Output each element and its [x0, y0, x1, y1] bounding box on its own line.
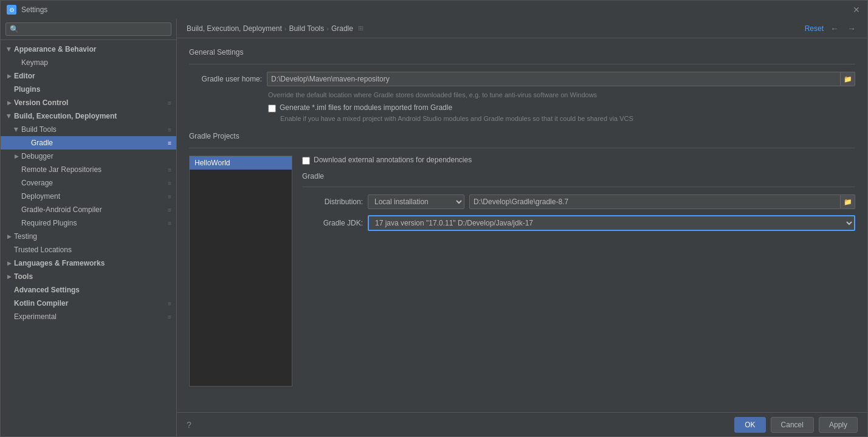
sidebar-item-deployment[interactable]: ▶ Deployment ≡ [1, 190, 176, 203]
generate-iml-label: Generate *.iml files for modules importe… [280, 103, 452, 112]
expand-arrow: ▶ [5, 99, 13, 106]
settings-icon-right: ≡ [168, 193, 171, 200]
distribution-select[interactable]: Local installation Default Gradle wrappe… [368, 194, 464, 209]
sidebar-item-coverage[interactable]: ▶ Coverage ≡ [1, 176, 176, 190]
expand-arrow: ▶ [5, 260, 13, 267]
sidebar-item-label: Tools [14, 272, 171, 281]
gradle-user-home-row: Gradle user home: 📁 [189, 72, 855, 86]
sidebar-item-tools[interactable]: ▶ Tools [1, 270, 176, 283]
expand-arrow: ▶ [5, 72, 13, 80]
generate-iml-row: Generate *.iml files for modules importe… [268, 103, 855, 122]
sidebar-item-debugger[interactable]: ▶ Debugger [1, 150, 176, 163]
close-button[interactable]: ✕ [852, 5, 861, 15]
settings-icon-right: ≡ [168, 140, 171, 146]
sidebar-item-testing[interactable]: ▶ Testing [1, 230, 176, 243]
sidebar-item-build-execution-deployment[interactable]: ▶ Build, Execution, Deployment [1, 109, 176, 123]
distribution-row: Distribution: Local installation Default… [302, 194, 855, 209]
title-bar-left: ⚙ Settings [7, 5, 47, 15]
help-button[interactable]: ? [187, 420, 191, 430]
main-panel: Build, Execution, Deployment › Build Too… [177, 19, 867, 436]
sidebar-item-gradle[interactable]: ▶ Gradle ≡ [1, 136, 176, 150]
sidebar-item-version-control[interactable]: ▶ Version Control ≡ [1, 96, 176, 109]
sidebar-item-required-plugins[interactable]: ▶ Required Plugins ≡ [1, 216, 176, 230]
footer: ? OK Cancel Apply [177, 412, 867, 436]
settings-icon-right: ≡ [168, 207, 171, 213]
projects-list: HelloWorld [189, 156, 292, 387]
gradle-jdk-select[interactable]: 17 java version "17.0.11" D:/Develop/Jav… [368, 215, 855, 231]
breadcrumb-edit-icon: ⊞ [358, 24, 363, 32]
sidebar-item-advanced-settings[interactable]: ▶ Advanced Settings [1, 283, 176, 297]
sidebar-item-languages-frameworks[interactable]: ▶ Languages & Frameworks [1, 256, 176, 270]
projects-list-box: HelloWorld [189, 156, 292, 387]
breadcrumb-left: Build, Execution, Deployment › Build Too… [187, 24, 363, 33]
download-annotations-checkbox[interactable] [302, 157, 310, 165]
sidebar-item-experimental[interactable]: ▶ Experimental ≡ [1, 310, 176, 323]
sidebar-item-plugins[interactable]: ▶ Plugins [1, 83, 176, 96]
distribution-browse-button[interactable]: 📁 [841, 194, 855, 209]
sidebar-item-editor[interactable]: ▶ Editor [1, 69, 176, 83]
content-area: General Settings Gradle user home: 📁 Ove… [177, 38, 867, 412]
search-box [1, 19, 176, 40]
settings-icon-right: ≡ [168, 300, 171, 307]
back-button[interactable]: ← [828, 22, 841, 35]
forward-button[interactable]: → [846, 22, 858, 35]
sidebar-item-label: Remote Jar Repositories [21, 165, 168, 174]
projects-layout: HelloWorld Download external annotations… [189, 156, 855, 387]
sidebar-item-label: Plugins [14, 85, 171, 94]
sidebar-item-label: Deployment [21, 192, 168, 201]
distribution-label: Distribution: [302, 198, 363, 206]
sidebar-item-trusted-locations[interactable]: ▶ Trusted Locations [1, 243, 176, 256]
sidebar-item-label: Trusted Locations [14, 246, 171, 254]
breadcrumb-item-build[interactable]: Build, Execution, Deployment [187, 24, 282, 33]
sidebar-tree: ▶ Appearance & Behavior ▶ Keymap ▶ Edito… [1, 40, 176, 436]
distribution-path-input[interactable] [469, 194, 841, 209]
apply-button[interactable]: Apply [819, 417, 858, 433]
browse-button[interactable]: 📁 [841, 72, 855, 86]
sidebar-item-label: Version Control [14, 98, 168, 107]
sidebar-item-kotlin-compiler[interactable]: ▶ Kotlin Compiler ≡ [1, 297, 176, 310]
cancel-button[interactable]: Cancel [771, 417, 814, 433]
breadcrumb-current: Gradle [331, 24, 353, 33]
download-annotations-row: Download external annotations for depend… [302, 156, 855, 165]
settings-icon-right: ≡ [168, 167, 171, 173]
gradle-subtitle: Gradle [302, 172, 855, 181]
sidebar-item-label: Build Tools [21, 125, 168, 134]
gradle-user-home-label: Gradle user home: [189, 75, 262, 83]
sidebar-item-keymap[interactable]: ▶ Keymap [1, 56, 176, 69]
sidebar-item-appearance-behavior[interactable]: ▶ Appearance & Behavior [1, 43, 176, 56]
sidebar-item-label: Keymap [21, 58, 171, 67]
project-item-helloworld[interactable]: HelloWorld [190, 156, 292, 170]
generate-iml-checkbox[interactable] [268, 105, 276, 112]
sidebar-item-label: Editor [14, 72, 171, 80]
sidebar-item-build-tools[interactable]: ▶ Build Tools ≡ [1, 123, 176, 136]
sidebar-item-label: Coverage [21, 179, 168, 187]
breadcrumb-separator: › [326, 25, 329, 32]
gradle-projects-title: Gradle Projects [189, 132, 855, 140]
search-input[interactable] [5, 22, 171, 36]
sidebar-item-label: Experimental [14, 312, 168, 321]
expand-arrow: ▶ [5, 273, 13, 280]
settings-window: ⚙ Settings ✕ ▶ Appearance & Behavior ▶ K… [0, 0, 868, 437]
gradle-user-home-input[interactable] [267, 72, 841, 86]
expand-arrow: ▶ [13, 153, 20, 160]
footer-buttons: OK Cancel Apply [734, 417, 858, 433]
ok-button[interactable]: OK [734, 417, 765, 433]
expand-arrow: ▶ [5, 233, 13, 240]
sidebar-item-label: Gradle-Android Compiler [21, 205, 168, 214]
generate-iml-checkbox-row: Generate *.iml files for modules importe… [268, 103, 855, 112]
sidebar-item-label: Testing [14, 232, 171, 241]
breadcrumb: Build, Execution, Deployment › Build Too… [177, 19, 867, 38]
gradle-projects-section: Gradle Projects HelloWorld [189, 132, 855, 387]
download-annotations-label: Download external annotations for depend… [314, 156, 472, 164]
sidebar-item-label: Advanced Settings [14, 286, 171, 294]
sidebar: ▶ Appearance & Behavior ▶ Keymap ▶ Edito… [1, 19, 177, 436]
generate-iml-hint: Enable if you have a mixed project with … [280, 115, 855, 122]
sidebar-item-gradle-android-compiler[interactable]: ▶ Gradle-Android Compiler ≡ [1, 203, 176, 216]
window-title: Settings [21, 5, 47, 14]
general-settings-title: General Settings [189, 48, 855, 57]
sidebar-item-remote-jar-repositories[interactable]: ▶ Remote Jar Repositories ≡ [1, 163, 176, 176]
gradle-subtitle-divider [302, 187, 855, 187]
breadcrumb-item-build-tools[interactable]: Build Tools [289, 24, 324, 33]
sidebar-item-label: Gradle [31, 139, 168, 147]
reset-button[interactable]: Reset [805, 24, 824, 33]
